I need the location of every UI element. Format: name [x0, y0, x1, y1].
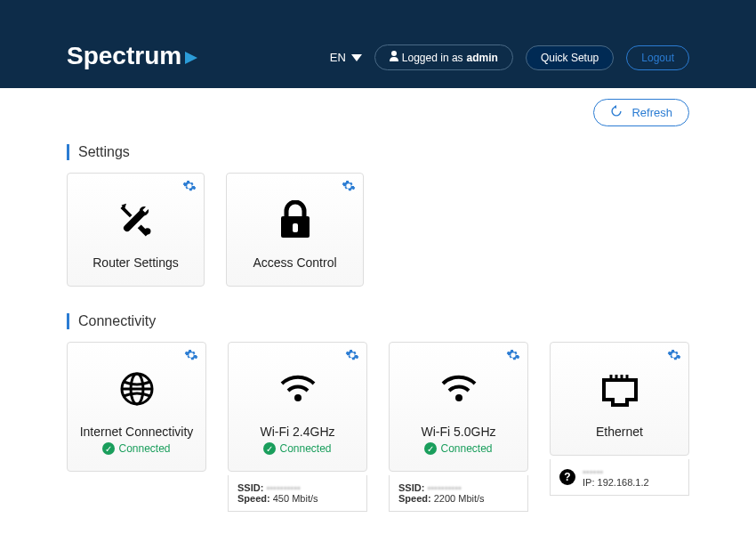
connectivity-cards: Internet Connectivity ✓ Connected	[67, 342, 689, 512]
quick-setup-button[interactable]: Quick Setup	[526, 45, 614, 70]
svg-marker-1	[351, 54, 362, 61]
brand-play-icon	[185, 42, 197, 70]
language-selector[interactable]: EN	[330, 51, 362, 64]
gear-icon[interactable]	[342, 179, 356, 197]
access-control-label: Access Control	[253, 255, 336, 270]
svg-marker-3	[615, 105, 617, 109]
svg-rect-9	[293, 223, 298, 232]
brand-text: Spectrum	[67, 42, 181, 70]
internet-label: Internet Connectivity	[80, 425, 194, 439]
wifi-icon	[441, 364, 477, 414]
logout-button[interactable]: Logout	[626, 45, 689, 70]
internet-card[interactable]: Internet Connectivity ✓ Connected	[67, 342, 206, 472]
refresh-label: Refresh	[631, 106, 672, 119]
language-label: EN	[330, 51, 346, 64]
svg-marker-0	[185, 52, 197, 64]
refresh-button[interactable]: Refresh	[593, 99, 689, 126]
wifi24-status: ✓ Connected	[263, 442, 331, 455]
check-icon: ✓	[263, 442, 276, 455]
chevron-down-icon	[351, 51, 362, 64]
ethernet-details: ? •••••• IP: 192.168.1.2	[550, 459, 689, 496]
gear-icon[interactable]	[506, 348, 520, 366]
wifi24-details: SSID: •••••••••• Speed: 450 Mbit/s	[228, 475, 367, 512]
logged-in-prefix: Logged in as	[402, 52, 463, 64]
internet-block: Internet Connectivity ✓ Connected	[67, 342, 206, 512]
topbar: Refresh	[0, 88, 756, 126]
wifi50-status-text: Connected	[440, 442, 492, 455]
wifi50-label: Wi-Fi 5.0GHz	[422, 425, 496, 439]
wifi24-ssid-label: SSID:	[237, 482, 263, 493]
gear-icon[interactable]	[182, 179, 197, 197]
tools-icon	[117, 195, 156, 245]
check-icon: ✓	[424, 442, 437, 455]
settings-section-title: Settings	[67, 144, 689, 160]
connectivity-section-title: Connectivity	[67, 313, 689, 329]
wifi50-speed-value: 2200 Mbit/s	[434, 493, 485, 504]
svg-point-13	[294, 394, 302, 401]
wifi24-ssid-value: ••••••••••	[266, 482, 301, 493]
svg-rect-4	[120, 206, 132, 217]
check-icon: ✓	[102, 442, 115, 455]
lock-icon	[277, 195, 313, 245]
internet-status: ✓ Connected	[102, 442, 170, 455]
header-right: EN Logged in as admin Quick Setup Logout	[330, 44, 689, 70]
logged-in-user: admin	[467, 52, 498, 64]
question-icon: ?	[559, 469, 575, 485]
globe-icon	[119, 364, 155, 414]
wifi24-card[interactable]: Wi-Fi 2.4GHz ✓ Connected	[228, 342, 367, 472]
gear-icon[interactable]	[345, 348, 359, 366]
refresh-icon	[610, 105, 623, 120]
ethernet-ip-value: 192.168.1.2	[598, 477, 649, 488]
ethernet-block: Ethernet ? •••••• IP: 192.168.1.2	[550, 342, 689, 512]
access-control-card[interactable]: Access Control	[226, 173, 364, 287]
router-settings-card[interactable]: Router Settings	[67, 173, 205, 287]
wifi24-block: Wi-Fi 2.4GHz ✓ Connected SSID: •••••••••…	[228, 342, 367, 512]
wifi24-label: Wi-Fi 2.4GHz	[261, 425, 335, 439]
internet-status-text: Connected	[118, 442, 170, 455]
gear-icon[interactable]	[667, 348, 681, 366]
logged-in-pill[interactable]: Logged in as admin	[374, 44, 513, 70]
wifi50-status: ✓ Connected	[424, 442, 492, 455]
settings-cards: Router Settings Access Control	[67, 173, 689, 287]
ethernet-card[interactable]: Ethernet	[550, 342, 689, 456]
ethernet-ip-label: IP:	[583, 477, 594, 488]
wifi-icon	[280, 364, 316, 414]
wifi50-details: SSID: •••••••••• Speed: 2200 Mbit/s	[389, 475, 528, 512]
ethernet-ip-line: •••••• IP: 192.168.1.2	[583, 466, 649, 488]
wifi24-speed-label: Speed:	[237, 493, 270, 504]
wifi50-speed-label: Speed:	[398, 493, 431, 504]
wifi50-ssid-value: ••••••••••	[427, 482, 462, 493]
ethernet-icon	[600, 364, 639, 414]
header: Spectrum EN Logged in as admin Quick Set…	[0, 0, 756, 88]
svg-point-2	[391, 51, 397, 56]
ethernet-name: ••••••	[583, 466, 649, 477]
gear-icon[interactable]	[184, 348, 198, 366]
wifi50-block: Wi-Fi 5.0GHz ✓ Connected SSID: •••••••••…	[389, 342, 528, 512]
wifi24-speed-value: 450 Mbit/s	[273, 493, 318, 504]
brand-logo: Spectrum	[67, 42, 197, 70]
wifi50-ssid-label: SSID:	[398, 482, 424, 493]
router-settings-label: Router Settings	[92, 255, 179, 270]
content: Settings Router Settings	[0, 126, 756, 512]
wifi50-card[interactable]: Wi-Fi 5.0GHz ✓ Connected	[389, 342, 528, 472]
ethernet-label: Ethernet	[596, 425, 643, 439]
svg-point-14	[455, 394, 462, 401]
wifi24-status-text: Connected	[279, 442, 331, 455]
user-icon	[390, 51, 398, 64]
